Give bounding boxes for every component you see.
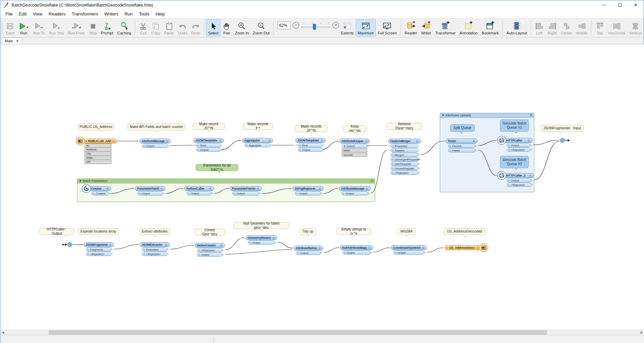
node-header[interactable]: ▷VertexCreator [195, 243, 225, 248]
annotation-tidy-up[interactable]: Tidy up [299, 228, 316, 235]
annotation-parameters-for-all-batches[interactable]: Parameters for all batches [196, 164, 238, 171]
port-output[interactable]: ▷Output▷ [142, 144, 168, 148]
annotation-geocode-batch-queue-2[interactable]: Geocode Batch Queue #2 [500, 156, 529, 168]
zoom-slider[interactable] [301, 22, 330, 31]
port-output[interactable]: ▷Output▷ [295, 191, 321, 195]
node-properties-gear-icon[interactable] [421, 246, 425, 249]
annotation-make-api-fields-and-batch-counter[interactable]: Make API Fields and batch counter [128, 124, 185, 130]
distribute-horizontal-button[interactable]: Horizontal [606, 19, 627, 36]
annotation-retrieve-parameters[interactable]: Retrieve Parameters [387, 123, 422, 130]
port-unusedsupplier[interactable]: ▷UnusedSupplier▷ [391, 166, 418, 170]
node-AttributeManager[interactable]: ▷AttributeManager▷Output▷ [140, 139, 171, 148]
align-right-button[interactable]: Right [546, 19, 559, 36]
node-JSONTemplater[interactable]: JSONTemplater▷Root▷▷Output▷ [194, 138, 224, 152]
node-header[interactable]: ▷Aggregator [242, 138, 273, 143]
port-rejected[interactable]: ▷<Rejected>▷ [507, 148, 530, 152]
annotation-null-geometry-for-failed-geocodes[interactable]: Null Geometry for failed geocodes [233, 222, 289, 229]
port-output[interactable]: ▷Output▷ [232, 191, 259, 195]
node-header[interactable]: ▷Tester [446, 139, 478, 143]
node-properties-gear-icon[interactable] [317, 187, 321, 190]
node-Tester[interactable]: ▷Tester▷Passed▷▷Failed▷ [446, 139, 478, 152]
node-properties-gear-icon[interactable] [208, 187, 212, 190]
collapse-arrow-icon[interactable]: ▼ [85, 140, 87, 142]
port-rejected[interactable]: ▷<Rejected>▷ [86, 252, 111, 256]
globe-icon[interactable] [497, 171, 506, 180]
node-ParameterFetcher[interactable]: ▷ParameterFetcher▷Output▷ [135, 186, 165, 195]
annotation-make-record-json[interactable]: Make record JSON [193, 123, 225, 130]
annotation-create-geometry[interactable]: Create Geometry [195, 229, 225, 236]
node-header[interactable]: ▷JSONFragmenter [84, 242, 114, 247]
port-output[interactable]: ▷Output▷ [298, 148, 323, 152]
node-properties-gear-icon[interactable] [317, 247, 321, 250]
port-aggregate[interactable]: ▷Aggregate▷ [244, 143, 271, 147]
distribute-vertical-button[interactable]: Vertical [627, 19, 644, 36]
zoom-maximize-button[interactable]: Maximize [356, 19, 376, 36]
annotation-jsonfragmenter-input[interactable]: JSONFragmenter : Input [541, 125, 583, 132]
run-button[interactable]: Run [17, 19, 31, 36]
node-HTTPCaller_2[interactable]: HTTPCaller_2▷Output▷▷<Rejected>▷ [504, 173, 534, 187]
node-CoordinateSystemSetter[interactable]: ▷CoordinateSystemSetter▷Output▷ [391, 245, 427, 255]
port-output[interactable]: ▷Output▷ [296, 251, 321, 255]
node-header[interactable]: ▷JSONExtractor [140, 242, 170, 247]
node-header[interactable]: ▷ParameterFetcher [135, 186, 165, 191]
node-properties-gear-icon[interactable] [363, 140, 368, 143]
node-properties-gear-icon[interactable] [218, 139, 222, 142]
annotation-make-records-json[interactable]: Make records JSON [295, 125, 327, 132]
node-properties-gear-icon[interactable] [108, 243, 112, 246]
zoom-minus-button[interactable]: − [293, 22, 299, 29]
node-properties-gear-icon[interactable] [271, 236, 275, 239]
port-created[interactable]: ▷Created▷ [91, 191, 109, 195]
node-properties-gear-icon[interactable] [159, 187, 163, 190]
minimize-button[interactable] [596, 0, 612, 10]
caching-button[interactable]: Caching [115, 19, 133, 36]
scroll-right-arrow[interactable] [639, 330, 644, 335]
node-US_AddressGeocoded[interactable]: ▷US_AddressGeocoded [445, 245, 481, 250]
node-header[interactable]: ▷AttributeRemover [294, 246, 323, 250]
port-passed[interactable]: ▷Passed▷ [448, 144, 475, 148]
zoom-plus-button[interactable]: + [332, 22, 339, 29]
port-supplier[interactable]: ▷Supplier▷ [391, 148, 418, 152]
menu-transformers[interactable]: Transformers [68, 10, 101, 18]
node-header[interactable]: ▷ParameterFetcher_2 [230, 186, 262, 191]
port-output[interactable]: ▷Output▷ [196, 148, 221, 152]
node-Aggregator[interactable]: ▷Aggregator▷Aggregate▷ [242, 138, 273, 147]
node-AttributeKeeper[interactable]: ▷AttributeKeeper▼Output▷batchrecords [339, 139, 370, 157]
port-output[interactable]: ▷Output▷ [341, 191, 368, 195]
annotation-public-us-address[interactable]: PUBLIC.US_Address [78, 124, 114, 130]
node-JSONFragmenter[interactable]: ▷JSONFragmenter▷Fragments▷▷<Rejected>▷ [84, 242, 114, 256]
stop-button[interactable]: Stop [87, 19, 99, 36]
run-to-button[interactable]: Run To [31, 19, 47, 36]
port-output[interactable]: ▷Output▷ [507, 178, 532, 182]
httpcaller-output-junction[interactable] [67, 242, 72, 247]
node-header[interactable]: ▷AttributeManager [140, 139, 171, 143]
node-properties-gear-icon[interactable] [105, 187, 109, 190]
node-header[interactable]: ▷PythonCaller [184, 186, 214, 191]
port-output[interactable]: ▷Output▷ [507, 143, 530, 147]
prompt-button[interactable]: ? Prompt [99, 19, 115, 36]
menu-tools[interactable]: Tools [136, 10, 152, 18]
zoom-in-button[interactable]: Zoom In [233, 19, 251, 36]
port-usedsupplier[interactable]: ▷UsedSupplier▷ [391, 162, 418, 166]
port-root[interactable]: ▷Root▷ [298, 143, 323, 147]
scrollbar-thumb[interactable] [48, 330, 547, 335]
node-AttributeManager_2[interactable]: ▷AttributeManager_2▷Output▷ [339, 186, 371, 195]
menu-readers[interactable]: Readers [45, 10, 68, 18]
node-JSONTemplater_2[interactable]: JSONTemplater_2▷Root▷▷Output▷ [295, 138, 326, 152]
copy-button[interactable]: Copy [149, 19, 162, 36]
menu-writers[interactable]: Writers [101, 10, 121, 18]
close-button[interactable]: ✕ [628, 0, 644, 10]
port-rejected[interactable]: ▷<Rejected>▷ [197, 248, 222, 252]
menu-file[interactable]: File [2, 10, 16, 18]
annotation-split-queue[interactable]: Split Queue [450, 124, 475, 132]
annotation-keep-records[interactable]: Keep records [343, 125, 366, 132]
node-header[interactable]: ▷GeometryRemover [245, 235, 277, 240]
node-header[interactable]: HTTPCaller [504, 138, 533, 143]
menu-run[interactable]: Run [121, 10, 136, 18]
node-header[interactable]: ▷AttributeKeeper [339, 139, 370, 143]
annotation-us-addressgeocoded[interactable]: US_AddressGeocoded [444, 228, 485, 235]
node-header[interactable]: JSONTemplater [194, 138, 224, 143]
node-properties-gear-icon[interactable] [219, 244, 223, 247]
add-writer-button[interactable]: Writer [419, 19, 433, 36]
port-merged[interactable]: ▷Merged▷ [391, 153, 418, 157]
tab-close-icon[interactable]: ✕ [16, 39, 19, 43]
